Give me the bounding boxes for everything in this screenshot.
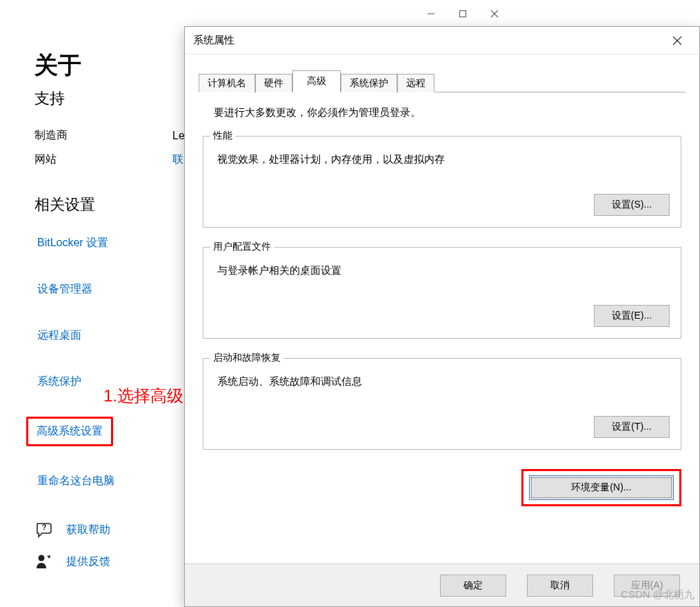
- env-variables-row: 环境变量(N)...: [203, 469, 681, 506]
- link-device-manager[interactable]: 设备管理器: [34, 278, 95, 301]
- maximize-button[interactable]: [447, 3, 479, 25]
- svg-text:?: ?: [42, 523, 47, 531]
- close-button[interactable]: [479, 3, 510, 25]
- link-remote-desktop[interactable]: 远程桌面: [34, 324, 84, 347]
- feedback-icon: [34, 552, 54, 571]
- legend-startup-recovery: 启动和故障恢复: [210, 352, 283, 364]
- manufacturer-label: 制造商: [34, 128, 172, 143]
- legend-user-profile: 用户配置文件: [210, 241, 274, 253]
- settings-startup-button[interactable]: 设置(T)...: [594, 416, 670, 438]
- legend-performance: 性能: [210, 130, 235, 142]
- watermark: CSDN @北栀九: [621, 588, 694, 601]
- website-label: 网站: [34, 152, 172, 167]
- dialog-close-button[interactable]: [663, 27, 691, 54]
- minimize-button[interactable]: [415, 3, 447, 25]
- tab-computer-name[interactable]: 计算机名: [199, 74, 255, 92]
- system-properties-dialog: 系统属性 计算机名 硬件 高级 系统保护 远程 要进行大多数更改，你必须作为管理…: [184, 26, 700, 607]
- link-rename-pc[interactable]: 重命名这台电脑: [34, 470, 117, 492]
- group-user-profile: 用户配置文件 与登录帐户相关的桌面设置 设置(E)...: [203, 247, 681, 339]
- dialog-title: 系统属性: [193, 34, 663, 47]
- dialog-titlebar: 系统属性: [185, 27, 699, 54]
- link-get-help[interactable]: 获取帮助: [66, 523, 110, 537]
- website-link[interactable]: 联: [172, 152, 183, 167]
- cancel-button[interactable]: 取消: [527, 575, 593, 597]
- desc-user-profile: 与登录帐户相关的桌面设置: [217, 264, 670, 277]
- group-startup-recovery: 启动和故障恢复 系统启动、系统故障和调试信息 设置(T)...: [203, 358, 681, 450]
- environment-variables-button[interactable]: 环境变量(N)...: [529, 475, 674, 500]
- help-icon: ?: [34, 520, 54, 539]
- svg-rect-1: [460, 11, 466, 17]
- tab-advanced[interactable]: 高级: [292, 70, 341, 92]
- settings-performance-button[interactable]: 设置(S)...: [594, 194, 670, 216]
- link-bitlocker[interactable]: BitLocker 设置: [34, 232, 111, 255]
- manufacturer-value: Le: [172, 130, 185, 142]
- tab-hardware[interactable]: 硬件: [255, 74, 292, 92]
- settings-window-chrome: [0, 0, 510, 28]
- svg-point-5: [39, 555, 45, 561]
- link-system-protection[interactable]: 系统保护: [34, 370, 84, 393]
- desc-startup-recovery: 系统启动、系统故障和调试信息: [217, 375, 670, 388]
- tab-strip: 计算机名 硬件 高级 系统保护 远程: [199, 70, 686, 92]
- link-give-feedback[interactable]: 提供反馈: [66, 555, 110, 569]
- admin-instruction: 要进行大多数更改，你必须作为管理员登录。: [214, 106, 686, 119]
- ok-button[interactable]: 确定: [440, 575, 506, 597]
- group-performance: 性能 视觉效果，处理器计划，内存使用，以及虚拟内存 设置(S)...: [203, 136, 681, 228]
- desc-performance: 视觉效果，处理器计划，内存使用，以及虚拟内存: [217, 153, 670, 166]
- settings-user-profile-button[interactable]: 设置(E)...: [594, 305, 670, 327]
- tab-remote[interactable]: 远程: [397, 74, 434, 92]
- link-advanced-system-settings[interactable]: 高级系统设置: [26, 417, 113, 446]
- tab-system-protection[interactable]: 系统保护: [341, 74, 397, 92]
- env-highlight-box: 环境变量(N)...: [521, 469, 681, 506]
